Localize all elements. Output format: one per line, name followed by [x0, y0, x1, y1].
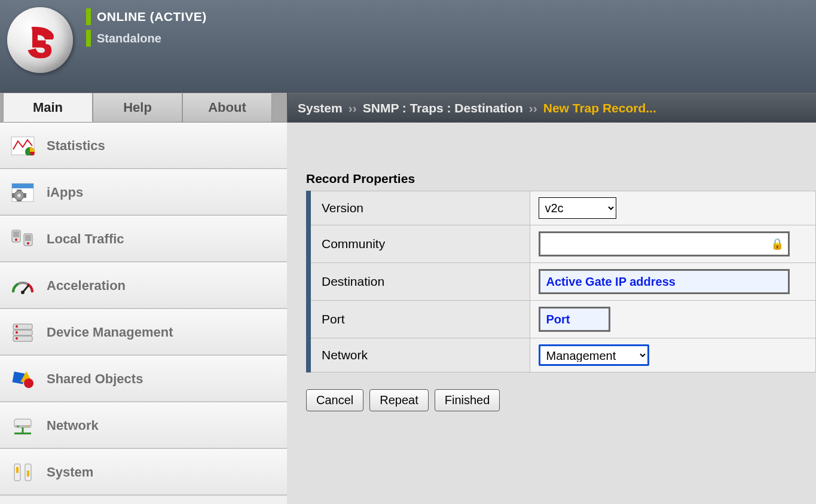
svg-point-22 [16, 331, 18, 334]
nav-label: Device Management [47, 325, 173, 340]
port-label: Port [308, 301, 530, 338]
iapps-icon [10, 181, 36, 204]
nav-shared-objects[interactable]: Shared Objects [0, 356, 287, 402]
nav-label: Network [47, 418, 99, 433]
shared-objects-icon [10, 368, 36, 390]
network-label: Network [308, 338, 530, 372]
svg-rect-11 [13, 231, 19, 237]
nav-label: Acceleration [47, 278, 126, 294]
svg-rect-6 [17, 190, 22, 191]
button-row: Cancel Repeat Finished [306, 389, 816, 411]
nav-label: Local Traffic [47, 231, 124, 247]
tab-about[interactable]: About [182, 93, 272, 122]
network-icon [10, 414, 36, 437]
record-properties-table: Version v2c Community 🔒 [306, 191, 816, 372]
cancel-button[interactable]: Cancel [306, 389, 363, 411]
repeat-button[interactable]: Repeat [369, 389, 429, 411]
svg-rect-8 [12, 193, 14, 198]
status-indicator [86, 8, 91, 25]
nav-column: Main Help About Statistics [0, 93, 287, 504]
nav-local-traffic[interactable]: Local Traffic [0, 216, 287, 262]
svg-point-31 [17, 425, 19, 427]
breadcrumb-current: New Trap Record... [543, 101, 656, 115]
svg-point-23 [16, 337, 18, 340]
status-text: ONLINE (ACTIVE) [97, 10, 207, 24]
nav-iapps[interactable]: iApps [0, 169, 287, 216]
svg-point-32 [27, 425, 29, 427]
breadcrumb-path[interactable]: SNMP : Traps : Destination [363, 101, 523, 115]
f5-logo [7, 7, 73, 73]
nav-device-management[interactable]: Device Management [0, 309, 287, 356]
svg-rect-35 [16, 467, 19, 473]
acceleration-icon [10, 274, 36, 297]
svg-rect-9 [24, 193, 26, 198]
nav-statistics[interactable]: Statistics [0, 123, 287, 169]
breadcrumb-root[interactable]: System [298, 101, 343, 115]
nav-system[interactable]: System [0, 449, 287, 496]
status-indicator [86, 30, 91, 47]
breadcrumb-sep: ›› [529, 101, 537, 115]
content-column: System ›› SNMP : Traps : Destination ›› … [287, 93, 816, 504]
nav-network[interactable]: Network [0, 402, 287, 449]
version-label: Version [308, 191, 530, 225]
destination-input[interactable] [539, 269, 790, 294]
section-title: Record Properties [306, 172, 816, 186]
tab-help[interactable]: Help [93, 93, 182, 122]
finished-button[interactable]: Finished [435, 389, 500, 411]
svg-point-26 [24, 378, 33, 388]
lock-icon: 🔒 [771, 237, 784, 251]
svg-point-17 [21, 291, 25, 294]
svg-rect-28 [14, 425, 31, 427]
nav-label: iApps [47, 185, 83, 200]
destination-label: Destination [308, 263, 530, 301]
status-mode: Standalone [97, 32, 161, 45]
svg-rect-3 [12, 184, 33, 188]
version-select[interactable]: v2c [539, 197, 616, 219]
port-input[interactable] [539, 307, 610, 332]
nav-label: System [47, 465, 93, 480]
statistics-icon [10, 135, 36, 157]
svg-point-15 [27, 242, 29, 245]
breadcrumb-sep: ›› [349, 101, 357, 115]
network-select[interactable]: Management [539, 344, 649, 366]
form-area: Record Properties Version v2c Community [287, 123, 816, 411]
system-icon [10, 461, 36, 484]
nav-acceleration[interactable]: Acceleration [0, 262, 287, 309]
svg-rect-36 [27, 471, 29, 476]
device-management-icon [10, 321, 36, 344]
status-block: ONLINE (ACTIVE) Standalone [86, 7, 207, 47]
svg-point-14 [15, 239, 17, 241]
nav-label: Shared Objects [47, 371, 143, 387]
nav-label: Statistics [47, 138, 105, 154]
breadcrumb: System ›› SNMP : Traps : Destination ›› … [287, 93, 816, 123]
svg-point-21 [16, 325, 18, 328]
app-header: ONLINE (ACTIVE) Standalone [0, 0, 816, 93]
svg-rect-13 [25, 235, 31, 241]
nav-list: Statistics iApps [0, 123, 287, 504]
svg-rect-7 [17, 200, 22, 201]
local-traffic-icon [10, 228, 36, 251]
tab-main[interactable]: Main [3, 93, 93, 122]
nav-tabs: Main Help About [0, 93, 287, 123]
community-label: Community [308, 225, 530, 263]
community-input[interactable] [539, 231, 790, 256]
svg-point-5 [17, 194, 21, 197]
